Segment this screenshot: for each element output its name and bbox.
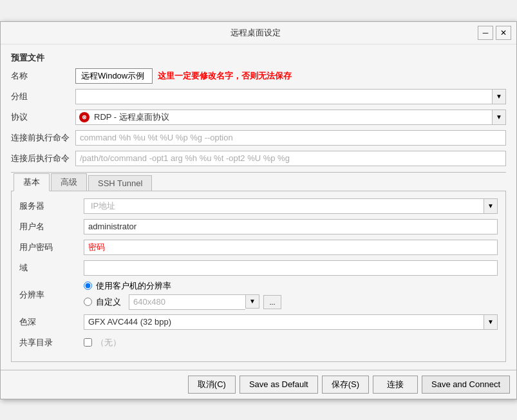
resolution-dropdown-btn[interactable]: ▼ [245,294,259,309]
username-label: 用户名 [19,221,84,233]
share-dir-value: （无） [96,337,121,348]
tab-advanced[interactable]: 高级 [51,173,87,191]
protocol-control: ⊗ ▼ [75,110,506,125]
resolution-option1-label: 使用客户机的分辨率 [96,280,171,292]
server-label: 服务器 [19,200,84,212]
resolution-option2-label: 自定义 [96,296,121,308]
protocol-input[interactable] [75,110,492,125]
window-title: 远程桌面设定 [171,27,341,39]
color-depth-row: 色深 ▼ [19,314,498,330]
color-depth-dropdown-btn[interactable]: ▼ [484,314,498,330]
tab-content-basic: 服务器 ▼ 用户名 [11,191,506,362]
main-window: 远程桌面设定 ─ ✕ 预置文件 名称 远程Window示例 这里一定要修改名字，… [0,21,517,399]
domain-control [84,260,498,276]
color-depth-input-container: ▼ [84,314,498,330]
group-row: 分组 ▼ [11,88,506,105]
resolution-custom-input[interactable] [129,294,245,310]
window-body: 预置文件 名称 远程Window示例 这里一定要修改名字，否则无法保存 分组 ▼ [1,44,516,399]
color-depth-input[interactable] [84,314,484,330]
protocol-input-container: ⊗ ▼ [75,110,506,125]
group-dropdown-btn[interactable]: ▼ [492,89,506,104]
password-control [84,240,498,255]
username-control [84,219,498,234]
tabs-header: 基本 高级 SSH Tunnel [11,173,506,191]
footer: 取消(C) Save as Default 保存(S) 连接 Save and … [1,370,516,399]
protocol-label: 协议 [11,111,75,123]
share-dir-checkbox[interactable] [84,338,92,347]
tab-basic[interactable]: 基本 [14,173,50,191]
share-dir-control: （无） [84,337,498,348]
content-area: 预置文件 名称 远程Window示例 这里一定要修改名字，否则无法保存 分组 ▼ [1,44,516,370]
resolution-option2-row: 自定义 ▼ ... [84,294,498,310]
connect-button[interactable]: 连接 [373,376,418,394]
password-input[interactable] [84,240,498,255]
save-button[interactable]: 保存(S) [322,376,369,394]
pre-connect-row: 连接前执行命令 [11,129,506,146]
resolution-row: 分辨率 使用客户机的分辨率 自定义 [19,280,498,310]
name-row: 名称 远程Window示例 这里一定要修改名字，否则无法保存 [11,68,506,84]
save-default-button[interactable]: Save as Default [240,376,318,394]
pre-connect-control [75,130,506,146]
name-value-box[interactable]: 远程Window示例 [75,68,153,84]
group-input[interactable] [75,89,492,104]
group-label: 分组 [11,91,75,102]
domain-row: 域 [19,260,498,276]
server-input[interactable] [84,198,484,214]
name-label: 名称 [11,70,75,82]
color-depth-label: 色深 [19,316,84,328]
title-bar-controls: ─ ✕ [341,26,511,40]
domain-input[interactable] [84,260,498,276]
post-connect-control [75,151,506,166]
username-row: 用户名 [19,218,498,235]
resolution-custom-btn[interactable]: ... [263,295,281,309]
minimize-button[interactable]: ─ [478,26,493,40]
pre-connect-label: 连接前执行命令 [11,132,75,144]
share-dir-checkbox-item: （无） [84,337,121,348]
resolution-option1-radio[interactable] [84,282,92,290]
title-bar: 远程桌面设定 ─ ✕ [1,22,516,44]
password-row: 用户密码 [19,239,498,256]
tabs-container: 基本 高级 SSH Tunnel 服务器 ▼ [11,172,506,362]
resolution-option1-item: 使用客户机的分辨率 [84,280,498,292]
warning-text: 这里一定要修改名字，否则无法保存 [158,70,292,82]
resolution-custom-container: ▼ [129,294,259,310]
server-input-container: ▼ [84,198,498,214]
server-control: ▼ [84,198,498,214]
post-connect-row: 连接后执行命令 [11,150,506,167]
domain-label: 域 [19,262,84,274]
tab-ssh-tunnel[interactable]: SSH Tunnel [88,175,152,191]
server-row: 服务器 ▼ [19,198,498,215]
share-dir-label: 共享目录 [19,337,84,348]
post-connect-input[interactable] [75,151,506,166]
resolution-option2-radio[interactable] [84,298,92,306]
share-dir-row: 共享目录 （无） [19,334,498,351]
protocol-row: 协议 ⊗ ▼ [11,109,506,126]
save-connect-button[interactable]: Save and Connect [422,376,510,394]
group-input-container: ▼ [75,89,506,104]
resolution-control: 使用客户机的分辨率 自定义 ▼ ... [84,280,498,310]
resolution-radio-group: 使用客户机的分辨率 自定义 ▼ ... [84,280,498,310]
close-button[interactable]: ✕ [496,26,511,40]
post-connect-label: 连接后执行命令 [11,153,75,164]
password-label: 用户密码 [19,242,84,253]
group-control: ▼ [75,89,506,104]
server-dropdown-btn[interactable]: ▼ [484,198,498,214]
pre-connect-input[interactable] [75,130,506,146]
username-input[interactable] [84,219,498,234]
name-control: 远程Window示例 这里一定要修改名字，否则无法保存 [75,68,506,84]
cancel-button[interactable]: 取消(C) [188,376,236,394]
resolution-label: 分辨率 [19,289,84,301]
protocol-dropdown-btn[interactable]: ▼ [492,110,506,125]
preset-section-label: 预置文件 [11,52,506,64]
color-depth-control: ▼ [84,314,498,330]
